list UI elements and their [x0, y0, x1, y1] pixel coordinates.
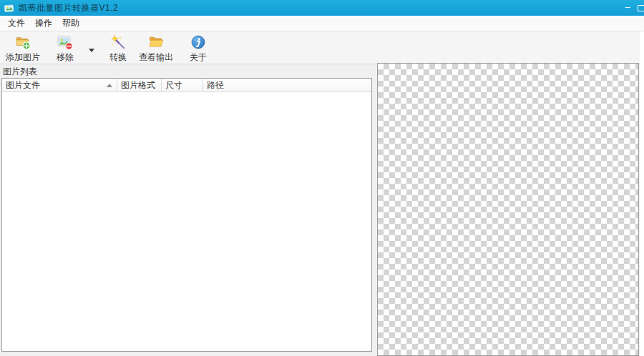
add-images-button[interactable]: 添加图片	[2, 31, 44, 64]
image-list-panel-title: 图片列表	[0, 65, 373, 78]
convert-wand-icon	[110, 34, 126, 50]
about-label: 关于	[190, 51, 207, 64]
convert-button[interactable]: 转换	[102, 31, 134, 64]
about-button[interactable]: 关于	[184, 31, 213, 64]
menu-help[interactable]: 帮助	[57, 16, 84, 31]
window-title: 凯蒂批量图片转换器V1.2	[19, 2, 118, 14]
title-bar: 凯蒂批量图片转换器V1.2 –	[0, 0, 644, 16]
about-info-icon	[190, 34, 206, 50]
app-logo-icon	[4, 4, 14, 13]
chevron-down-icon	[89, 49, 94, 52]
toolbar: 添加图片 移除 转换 查看输出	[0, 31, 644, 64]
minimize-button[interactable]: –	[620, 0, 635, 16]
window-controls: –	[620, 0, 644, 16]
column-header-size[interactable]: 尺寸	[162, 79, 203, 92]
column-header-image-format[interactable]: 图片格式	[117, 79, 162, 92]
column-header-image-format-label: 图片格式	[121, 80, 155, 90]
column-header-size-label: 尺寸	[165, 80, 182, 90]
view-output-button[interactable]: 查看输出	[135, 31, 177, 64]
preview-pane-transparency-checkerboard[interactable]	[377, 63, 639, 356]
view-output-label: 查看输出	[139, 51, 173, 64]
view-output-folder-icon	[148, 34, 164, 50]
column-header-image-file[interactable]: 图片文件	[2, 79, 117, 92]
column-header-path[interactable]: 路径	[203, 79, 371, 92]
menu-bar: 文件 操作 帮助	[0, 16, 644, 31]
remove-dropdown-button[interactable]	[84, 31, 99, 64]
add-images-label: 添加图片	[6, 51, 40, 64]
menu-file[interactable]: 文件	[3, 16, 30, 31]
remove-label: 移除	[57, 51, 74, 64]
image-list-header: 图片文件 图片格式 尺寸 路径	[2, 79, 371, 92]
menu-operate[interactable]: 操作	[30, 16, 57, 31]
column-header-image-file-label: 图片文件	[6, 80, 40, 90]
app-window: { "window": { "title": "凯蒂批量图片转换器V1.2", …	[0, 0, 644, 356]
maximize-icon	[638, 5, 644, 11]
image-list-body-empty[interactable]	[2, 92, 371, 351]
maximize-button[interactable]	[635, 0, 644, 16]
add-images-icon	[15, 34, 31, 50]
remove-image-icon	[57, 34, 73, 50]
remove-button[interactable]: 移除	[48, 31, 82, 64]
convert-label: 转换	[109, 51, 127, 64]
column-header-path-label: 路径	[207, 80, 224, 90]
sort-asc-icon	[107, 84, 112, 87]
image-list-table: 图片文件 图片格式 尺寸 路径	[1, 78, 372, 352]
right-gutter	[640, 31, 644, 356]
